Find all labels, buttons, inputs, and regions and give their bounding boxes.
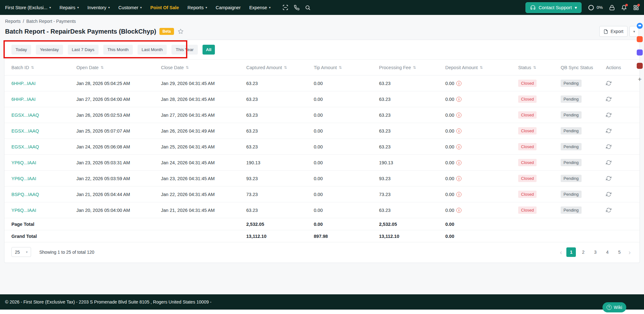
close-date-cell: Jan 21, 2026 04:31:45 AM — [161, 208, 246, 213]
filter-chip-all[interactable]: All — [203, 45, 215, 55]
close-date-cell: Jan 24, 2026 04:31:45 AM — [161, 160, 246, 165]
qb-sync-badge: Pending — [561, 159, 582, 166]
next-page-button[interactable]: › — [627, 249, 633, 255]
refresh-action-icon[interactable] — [606, 128, 633, 134]
contact-support-button[interactable]: Contact Support ▾ — [525, 2, 582, 13]
deposit-info-icon[interactable] — [456, 113, 461, 118]
favorite-star-icon[interactable] — [178, 29, 184, 34]
phone-icon[interactable] — [294, 5, 299, 10]
column-header-tip-amount[interactable]: Tip Amount⇅ — [314, 65, 379, 70]
lock-icon[interactable] — [609, 5, 615, 10]
wiki-button[interactable]: ? Wiki — [602, 302, 626, 312]
column-header-status[interactable]: Status⇅ — [518, 65, 561, 70]
refresh-action-icon[interactable] — [606, 176, 633, 181]
qb-sync-badge: Pending — [561, 95, 582, 103]
nav-item-campaigner[interactable]: Campaigner — [216, 5, 241, 10]
nav-item-point-of-sale[interactable]: Point Of Sale — [150, 5, 179, 10]
page-buttons: 12345 — [566, 247, 624, 257]
purple-extension-icon[interactable] — [637, 49, 643, 56]
bell-icon[interactable] — [621, 5, 627, 10]
column-header-open-date[interactable]: Open Date⇅ — [76, 65, 161, 70]
filter-chip-this-year[interactable]: This Year — [171, 45, 197, 55]
export-button[interactable]: Export — [599, 26, 628, 37]
captured-amount-cell: 73.23 — [246, 192, 314, 197]
refresh-action-icon[interactable] — [606, 192, 633, 197]
chat-extension-icon[interactable] — [637, 23, 643, 29]
batch-id-link[interactable]: YP6Q...IAAI — [11, 176, 76, 181]
red-extension-icon[interactable] — [637, 63, 643, 69]
page-size-select[interactable]: 25 ▾ — [11, 247, 31, 257]
page-button-1[interactable]: 1 — [566, 247, 576, 257]
refresh-action-icon[interactable] — [606, 144, 633, 149]
breadcrumb-reports-link[interactable]: Reports — [5, 19, 21, 24]
column-header-processing-fee[interactable]: Processing Fee⇅ — [379, 65, 445, 70]
nav-item-label: Expense — [249, 5, 267, 10]
batch-id-link[interactable]: EGSX...IAAQ — [11, 144, 76, 149]
nav-item-repairs[interactable]: Repairs ▾ — [60, 5, 79, 10]
refresh-action-icon[interactable] — [606, 96, 633, 102]
filter-chip-this-month[interactable]: This Month — [103, 45, 133, 55]
breadcrumb-current: Batch Report - Payments — [26, 19, 76, 24]
grand-total-tip: 897.98 — [314, 234, 379, 239]
barcode-scan-icon[interactable] — [282, 4, 288, 10]
setup-progress-indicator[interactable]: 0% — [588, 4, 603, 11]
nav-item-customer[interactable]: Customer ▾ — [118, 5, 142, 10]
apps-grid-icon[interactable] — [633, 5, 639, 10]
deposit-info-icon[interactable] — [456, 81, 461, 86]
batch-id-link[interactable]: EGSX...IAAQ — [11, 113, 76, 118]
filter-chip-today[interactable]: Today — [11, 45, 31, 55]
deposit-info-icon[interactable] — [456, 176, 461, 181]
batch-id-link[interactable]: YP6Q...IAAI — [11, 160, 76, 165]
nav-item-reports[interactable]: Reports ▾ — [188, 5, 207, 10]
deposit-info-icon[interactable] — [456, 192, 461, 197]
chevron-down-icon: ▾ — [205, 6, 207, 9]
nav-item-inventory[interactable]: Inventory ▾ — [87, 5, 110, 10]
refresh-action-icon[interactable] — [606, 112, 633, 118]
nav-item-expense[interactable]: Expense ▾ — [249, 5, 270, 10]
browser-extension-rail: + — [637, 23, 643, 82]
previous-page-button[interactable]: ‹ — [558, 249, 564, 255]
deposit-info-icon[interactable] — [456, 160, 461, 165]
store-selector[interactable]: First Store (Exclusi... ▾ — [5, 5, 51, 10]
deposit-info-icon[interactable] — [456, 144, 461, 149]
filter-chip-last-month[interactable]: Last Month — [138, 45, 167, 55]
tip-amount-cell: 0.00 — [314, 160, 379, 165]
table-row: YP6Q...IAAI Jan 22, 2026 05:03:59 AM Jan… — [4, 171, 640, 186]
batch-id-link[interactable]: 6HHP...IAAI — [11, 97, 76, 102]
page-button-2[interactable]: 2 — [578, 247, 588, 257]
page-button-5[interactable]: 5 — [615, 247, 624, 257]
deposit-info-icon[interactable] — [456, 208, 461, 213]
deposit-amount-cell: 0.00 — [445, 160, 518, 165]
qb-sync-badge: Pending — [561, 111, 582, 119]
plus-icon[interactable]: + — [637, 76, 643, 82]
deposit-info-icon[interactable] — [456, 128, 461, 134]
refresh-action-icon[interactable] — [606, 81, 633, 86]
deposit-info-icon[interactable] — [456, 97, 461, 102]
filter-chip-last-7-days[interactable]: Last 7 Days — [68, 45, 99, 55]
batch-id-link[interactable]: YP6Q...IAAI — [11, 208, 76, 213]
page-button-3[interactable]: 3 — [590, 247, 600, 257]
batch-id-link[interactable]: EGSX...IAAQ — [11, 128, 76, 134]
page-button-4[interactable]: 4 — [602, 247, 612, 257]
column-header-deposit-amount[interactable]: Deposit Amount⇅ — [445, 65, 518, 70]
refresh-action-icon[interactable] — [606, 160, 633, 165]
open-date-cell: Jan 21, 2026 05:04:44 AM — [76, 192, 161, 197]
table-row: EGSX...IAAQ Jan 26, 2026 05:02:53 AM Jan… — [4, 107, 640, 123]
captured-amount-cell: 63.23 — [246, 144, 314, 149]
nav-item-label: Inventory — [87, 5, 106, 10]
batch-id-link[interactable]: BSPQ...IAAQ — [11, 192, 76, 197]
page-total-tip: 0.00 — [314, 222, 379, 227]
column-header-close-date[interactable]: Close Date⇅ — [161, 65, 246, 70]
refresh-action-icon[interactable] — [606, 207, 633, 213]
qb-sync-badge: Pending — [561, 143, 582, 150]
close-date-cell: Jan 22, 2026 04:31:45 AM — [161, 192, 246, 197]
column-header-batch-id[interactable]: Batch ID⇅ — [11, 65, 76, 70]
search-icon[interactable] — [305, 5, 311, 10]
column-header-captured-amount[interactable]: Captured Amount⇅ — [246, 65, 314, 70]
filter-chip-yesterday[interactable]: Yesterday — [36, 45, 63, 55]
orange-extension-icon[interactable] — [637, 36, 643, 42]
batch-id-link[interactable]: 6HHP...IAAI — [11, 81, 76, 86]
page-total-captured: 2,532.05 — [246, 222, 314, 227]
grand-total-processing-fee: 13,112.10 — [379, 234, 445, 239]
sort-icon: ⇅ — [284, 65, 287, 70]
